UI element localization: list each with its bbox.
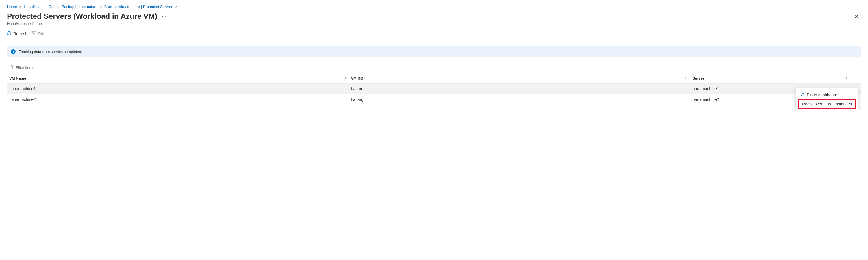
servers-table: VM Name ↑↓ VM RG ↑↓ Server ↑↓ hanamachin… (7, 73, 861, 105)
pin-icon (800, 92, 804, 97)
breadcrumb: Home > HanaSnapshotDemo | Backup Infrast… (7, 5, 861, 9)
filter-label: Filter (38, 31, 47, 36)
row-context-menu: Pin to dashboard Rediscover DBs , Instan… (796, 88, 858, 110)
filter-input[interactable] (15, 65, 859, 70)
chevron-right-icon: > (176, 5, 178, 9)
table-row[interactable]: hanamachine1 hanarg hanamachine1 ··· (7, 84, 861, 94)
col-vm-name[interactable]: VM Name ↑↓ (7, 73, 348, 84)
menu-rediscover-label: Rediscover DBs , Instances (802, 102, 852, 106)
highlighted-option: Rediscover DBs , Instances (798, 100, 856, 109)
breadcrumb-item-1[interactable]: HanaSnapshotDemo | Backup Infrastructure (24, 5, 97, 9)
page-subtitle: HanaSnapshotDemo (7, 21, 861, 26)
filter-box[interactable] (7, 63, 861, 72)
menu-unregister[interactable]: Unregister (796, 109, 858, 110)
menu-pin-label: Pin to dashboard (807, 92, 837, 97)
svg-point-0 (10, 66, 13, 68)
menu-pin-to-dashboard[interactable]: Pin to dashboard (796, 90, 858, 100)
cell-vm-name: hanamachine1 (7, 84, 348, 94)
breadcrumb-home[interactable]: Home (7, 5, 17, 9)
refresh-button[interactable]: Refresh (7, 31, 27, 36)
filter-button: Filter (31, 31, 47, 36)
sort-icon[interactable]: ↑↓ (844, 76, 847, 80)
cell-vm-name: hanamachine2 (7, 94, 348, 105)
sort-icon[interactable]: ↑↓ (343, 76, 346, 80)
refresh-label: Refresh (13, 31, 27, 36)
chevron-right-icon: > (19, 5, 22, 9)
chevron-right-icon: > (100, 5, 102, 9)
filter-icon (31, 31, 36, 36)
refresh-icon (7, 31, 11, 36)
cell-vm-rg: hanarg (348, 94, 690, 105)
col-vm-rg-label: VM RG (351, 76, 363, 80)
col-server[interactable]: Server ↑↓ (690, 73, 849, 84)
menu-rediscover[interactable]: Rediscover DBs , Instances (800, 101, 854, 108)
search-icon (9, 65, 13, 70)
status-banner: i Fetching data from service completed. (7, 46, 861, 58)
toolbar: Refresh Filter (7, 31, 861, 39)
status-text: Fetching data from service completed. (19, 49, 82, 54)
more-icon[interactable]: ··· (162, 14, 166, 19)
col-vm-rg[interactable]: VM RG ↑↓ (348, 73, 690, 84)
close-icon[interactable]: ✕ (852, 12, 861, 21)
cell-vm-rg: hanarg (348, 84, 690, 94)
info-icon: i (11, 49, 16, 54)
table-row[interactable]: hanamachine2 hanarg hanamachine2 ··· (7, 94, 861, 105)
col-server-label: Server (692, 76, 704, 80)
col-vm-name-label: VM Name (9, 76, 26, 80)
sort-icon[interactable]: ↑↓ (684, 76, 688, 80)
title-row: Protected Servers (Workload in Azure VM)… (7, 12, 861, 21)
breadcrumb-item-2[interactable]: Backup Infrastructure | Protected Server… (104, 5, 173, 9)
page-title: Protected Servers (Workload in Azure VM) (7, 12, 157, 21)
